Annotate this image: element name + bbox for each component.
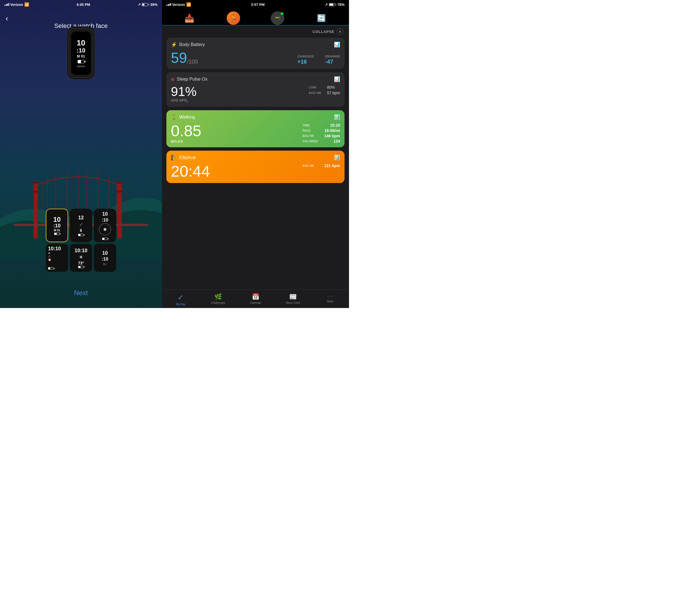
signal-bars-right [166, 3, 171, 6]
watch-home-indicator [77, 66, 85, 67]
elliptical-card[interactable]: 🧗 Elliptical 📊 20:44 AVG HR 121 bpm [166, 151, 345, 183]
left-carrier: Verizon [10, 2, 23, 7]
body-battery-value: 59 [171, 51, 187, 65]
walking-hr-label: AVG HR [302, 134, 322, 138]
collapse-button[interactable]: COLLAPSE ∧ [312, 28, 344, 35]
nav-sync[interactable]: 🔄 [313, 11, 330, 25]
walking-header: 🚶 Walking 📊 [171, 114, 340, 120]
signal-bar-r4 [170, 3, 171, 6]
tab-challenges-icon: 🌿 [214, 293, 222, 300]
walking-calories-label: CALORIES [302, 140, 322, 143]
elliptical-hr-value: 121 bpm [324, 163, 340, 168]
right-panel: Verizon 📶 3:57 PM ↗ 78% 📥 🏃 📟 [162, 0, 349, 308]
body-battery-card[interactable]: ⚡ Body Battery 📊 59 /100 CHARGED +16 DRA… [166, 38, 345, 69]
bottom-tab-bar: ✓ My Day 🌿 Challenges 📅 Calendar 📰 News … [162, 290, 349, 308]
tab-challenges[interactable]: 🌿 Challenges [199, 292, 237, 307]
walking-pace-value: 18:06/mi [324, 128, 340, 133]
wf-activity-icon-row-3: ⏰ [48, 258, 52, 261]
battery-left [142, 3, 149, 6]
walking-chart-icon[interactable]: 📊 [334, 114, 340, 120]
body-battery-stats: CHARGED +16 DRAINED -47 [297, 55, 340, 65]
batt-tip-right [336, 4, 336, 5]
spo-avg-hr-row: AVG HR 57 bpm [308, 91, 340, 95]
watch-face-weather[interactable]: 10:10 ☀ 73° [70, 244, 92, 272]
wf-circ-secs: :10 [102, 218, 108, 223]
signal-bar-r2 [168, 4, 169, 6]
tab-calendar[interactable]: 📅 Calendar [237, 292, 274, 307]
body-battery-header: ⚡ Body Battery 📊 [171, 42, 340, 48]
spo-low-label: LOW [308, 86, 322, 89]
inbox-icon: 📥 [184, 14, 194, 23]
signal-bar-3 [7, 4, 8, 6]
body-battery-drained: DRAINED -47 [325, 55, 340, 65]
wf-activity-icon-2: ↗ [48, 255, 50, 258]
watch-face-circular[interactable]: 10 :10 ⊕ [94, 209, 116, 242]
watch-face-analog[interactable]: 12 ✓ 6 [70, 209, 92, 242]
left-panel: Verizon 📶 4:45 PM ↗ 39% ‹ Select a watch… [0, 0, 162, 308]
sleep-pulse-ox-card[interactable]: ⊗ Sleep Pulse Ox 📊 91% AVG SPO2 LOW 80% … [166, 72, 345, 107]
collapse-chevron-icon: ∧ [337, 28, 344, 35]
device-connected-dot [281, 12, 283, 15]
wifi-icon-left: 📶 [24, 2, 29, 7]
drained-label: DRAINED [325, 55, 340, 58]
body-battery-content: 59 /100 CHARGED +16 DRAINED -47 [171, 51, 340, 65]
right-time: 3:57 PM [251, 2, 265, 7]
svg-rect-16 [116, 191, 123, 192]
left-battery-pct: 39% [150, 2, 157, 7]
walking-calories-row: CALORIES 124 [302, 139, 340, 143]
svg-rect-15 [116, 182, 123, 184]
walking-pace-row: PACE 18:06/mi [302, 128, 340, 133]
body-battery-chart-icon[interactable]: 📊 [334, 42, 340, 48]
nav-inbox[interactable]: 📥 [181, 11, 198, 25]
sleep-pulse-ox-chart-icon[interactable]: 📊 [334, 76, 340, 82]
signal-bar-2 [6, 4, 7, 6]
nav-device[interactable]: 📟 [269, 11, 286, 25]
wf-batt-4 [48, 267, 54, 270]
signal-bar-r1 [166, 5, 167, 6]
spo-low-row: LOW 80% [308, 85, 340, 89]
elliptical-title: Elliptical [179, 155, 196, 160]
wf-analog-6: 6 [80, 228, 82, 233]
watch-date-display: M 01 [77, 54, 85, 58]
watch-device: 10 :10 M 01 [68, 28, 94, 78]
tab-more[interactable]: ··· More [311, 292, 349, 307]
next-button[interactable]: Next [74, 289, 88, 297]
watch-face-digital2[interactable]: 10 :10 b□ [94, 244, 116, 272]
elliptical-main: 20:44 [171, 163, 210, 179]
cards-container: ⚡ Body Battery 📊 59 /100 CHARGED +16 DRA… [162, 38, 349, 290]
walking-title-row: 🚶 Walking [171, 114, 195, 120]
walking-card[interactable]: 🚶 Walking 📊 0.85 MILES TIME 15:20 PACE [166, 110, 345, 147]
charged-label: CHARGED [297, 55, 314, 58]
right-carrier: Verizon [172, 2, 185, 7]
wf-activity-icon-row-2: ↗ [48, 255, 51, 258]
tab-calendar-label: Calendar [250, 301, 261, 304]
spo-avg-hr-label: AVG HR [308, 91, 322, 95]
batt-fill-left [142, 4, 144, 5]
elliptical-hr-row: AVG HR 121 bpm [302, 163, 340, 168]
watch-face-digital-selected[interactable]: 10 :10 M 01 [46, 209, 68, 242]
spo-low-value: 80% [327, 85, 335, 89]
watch-face-activity[interactable]: 10:10 ★ ↗ ⏰ [46, 244, 68, 272]
body-battery-title-row: ⚡ Body Battery [171, 42, 205, 48]
elliptical-stats: AVG HR 121 bpm [302, 163, 340, 168]
sleep-pulse-ox-header: ⊗ Sleep Pulse Ox 📊 [171, 76, 340, 82]
sleep-pulse-ox-icon: ⊗ [171, 77, 174, 82]
elliptical-chart-icon[interactable]: 📊 [334, 155, 340, 161]
back-button[interactable]: ‹ [5, 14, 8, 23]
nav-avatar[interactable]: 🏃 [225, 11, 242, 25]
tab-my-day-icon: ✓ [178, 293, 184, 302]
tab-more-icon: ··· [327, 293, 333, 299]
tab-my-day[interactable]: ✓ My Day [162, 292, 199, 307]
wf-batt-2 [78, 234, 84, 236]
drained-value: -47 [325, 59, 340, 65]
body-battery-charged: CHARGED +16 [297, 55, 314, 65]
tab-news-feed[interactable]: 📰 News Feed [274, 292, 311, 307]
tab-news-feed-icon: 📰 [289, 293, 297, 300]
walking-title: Walking [179, 115, 195, 120]
signal-bars-left [4, 3, 9, 6]
watch-faces-row-2: 10:10 ★ ↗ ⏰ 10:10 ☀ 73° [46, 244, 116, 272]
tab-my-day-label: My Day [176, 303, 185, 306]
wf-time-1: 10 [53, 216, 61, 223]
wf-secs-1: :10 [53, 223, 60, 229]
spo-label: AVG SPO2 [171, 99, 197, 103]
